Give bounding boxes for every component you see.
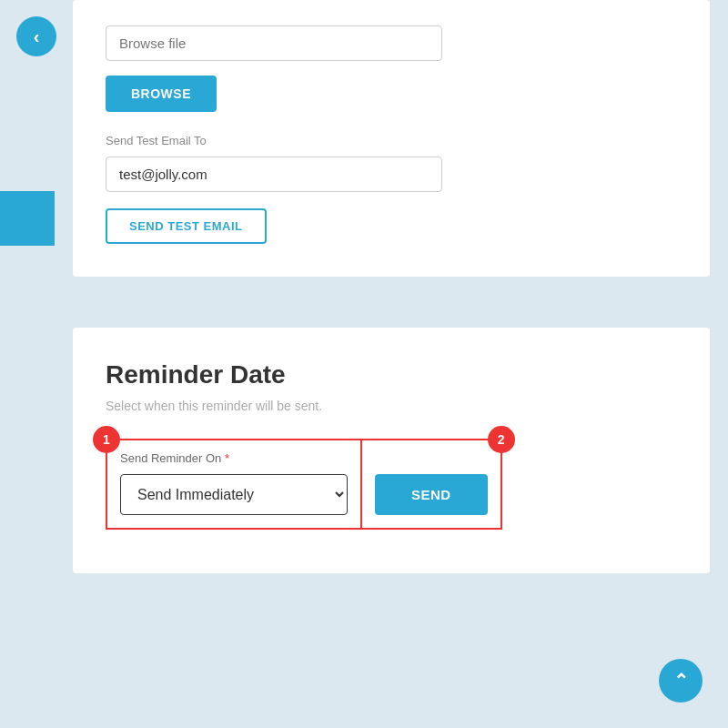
browse-file-input[interactable] — [106, 25, 442, 61]
badge-2: 2 — [488, 426, 515, 453]
required-star: * — [225, 451, 229, 465]
field-group-1: 1 Send Reminder On * Send Immediately 1 … — [106, 439, 362, 530]
send-test-email-button[interactable]: SEND TEST EMAIL — [106, 208, 267, 244]
field-group-2: 2 SEND — [362, 439, 502, 530]
browse-button[interactable]: BROWSE — [106, 76, 217, 112]
back-button[interactable]: ‹ — [16, 16, 56, 56]
scroll-up-button[interactable]: ⌃ — [659, 659, 703, 703]
send-spacer-label — [375, 451, 488, 465]
send-test-email-input[interactable] — [106, 157, 442, 192]
reminder-subtitle: Select when this reminder will be sent. — [106, 399, 677, 413]
back-arrow-icon: ‹ — [34, 27, 40, 46]
reminder-card: Reminder Date Select when this reminder … — [73, 328, 710, 573]
reminder-fields-row: 1 Send Reminder On * Send Immediately 1 … — [106, 439, 677, 530]
chevron-up-icon: ⌃ — [673, 672, 689, 690]
send-reminder-label: Send Reminder On * — [120, 451, 348, 465]
page-wrapper: ‹ BROWSE Send Test Email To SEND TEST EM… — [0, 0, 728, 728]
sidebar-blue-bar — [0, 191, 55, 246]
top-card: BROWSE Send Test Email To SEND TEST EMAI… — [73, 0, 710, 277]
send-button[interactable]: SEND — [375, 474, 488, 515]
sidebar-accent — [0, 0, 55, 728]
reminder-on-select[interactable]: Send Immediately 1 Day Before 3 Days Bef… — [120, 474, 348, 515]
reminder-title: Reminder Date — [106, 360, 677, 389]
badge-1: 1 — [93, 426, 120, 453]
send-test-label: Send Test Email To — [106, 134, 677, 147]
